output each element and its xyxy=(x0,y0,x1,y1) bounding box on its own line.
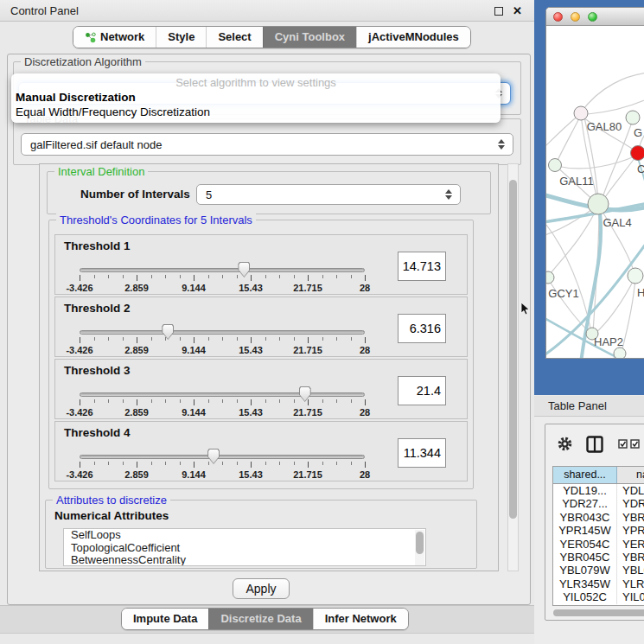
slider-track xyxy=(80,455,365,459)
network-node[interactable] xyxy=(546,271,554,284)
table-horizontal-scrollbar[interactable] xyxy=(552,609,644,617)
network-node-label: HAP2 xyxy=(594,335,623,348)
combo-value: 5 xyxy=(206,185,212,206)
table-row[interactable]: YIL052CYIL0 xyxy=(553,590,644,603)
slider-scale: -3.4262.8599.14415.4321.71528 xyxy=(80,407,365,418)
network-node-label: C xyxy=(637,163,644,175)
tab-style[interactable]: Style xyxy=(156,27,206,48)
network-icon xyxy=(85,32,96,43)
gear-icon[interactable] xyxy=(557,436,573,452)
network-node[interactable] xyxy=(614,348,626,359)
columns-icon[interactable] xyxy=(586,436,603,453)
column-header-shared-name[interactable]: shared... xyxy=(553,467,617,483)
network-node[interactable] xyxy=(628,268,643,284)
panel-scrollbar[interactable] xyxy=(507,163,519,571)
tab-cyni-toolbox[interactable]: Cyni Toolbox xyxy=(263,27,356,48)
cell: YPR145W xyxy=(553,524,617,537)
network-window-titlebar[interactable] xyxy=(546,8,644,26)
network-node[interactable] xyxy=(588,194,609,214)
network-graph[interactable]: GAL80GCGAL11GAL4GCY1HHAP2 xyxy=(546,26,644,359)
bottom-tabbar: Impute Data Discretize Data Infer Networ… xyxy=(121,608,409,630)
threshold-4-value-field[interactable]: 11.344 xyxy=(398,438,446,468)
threshold-3-value-field[interactable]: 21.4 xyxy=(398,376,446,405)
tab-label: Network xyxy=(100,27,144,48)
scrollbar-thumb[interactable] xyxy=(416,532,424,554)
network-node[interactable] xyxy=(631,146,644,161)
table-row[interactable]: YPR145WYPR1 xyxy=(553,524,644,537)
network-node[interactable] xyxy=(574,106,588,120)
numerical-attributes-list[interactable]: SelfLoops TopologicalCoefficient Between… xyxy=(63,528,426,566)
network-canvas[interactable]: GAL80GCGAL11GAL4GCY1HHAP2 xyxy=(546,26,644,359)
zoom-traffic-light-icon[interactable] xyxy=(588,12,597,22)
tab-discretize-data[interactable]: Discretize Data xyxy=(208,609,312,629)
tab-network[interactable]: Network xyxy=(73,27,156,48)
cell: YPR1 xyxy=(617,524,644,537)
node-attribute-table[interactable]: shared... na YDL19...YDL1 YDR27...YDR2 Y… xyxy=(552,466,644,606)
tab-label: Impute Data xyxy=(133,609,197,629)
close-icon[interactable]: ✕ xyxy=(513,3,522,19)
scrollbar-thumb[interactable] xyxy=(553,609,644,616)
table-row[interactable]: YBR043CYBR0 xyxy=(553,511,644,524)
tab-impute-data[interactable]: Impute Data xyxy=(122,609,208,629)
cell: YDR2 xyxy=(617,497,644,510)
float-panel-icon[interactable] xyxy=(494,7,503,16)
threshold-4-box: Threshold 4 -3.4262.8599.14415.4321.7152… xyxy=(54,421,468,481)
top-tabbar: Network Style Select Cyni Toolbox jActiv… xyxy=(73,26,471,48)
network-node[interactable] xyxy=(626,111,640,124)
list-scrollbar[interactable] xyxy=(415,530,424,566)
network-edge[interactable] xyxy=(557,156,636,169)
slider-scale: -3.4262.8599.14415.4321.71528 xyxy=(80,283,365,293)
cell: YBL0 xyxy=(617,564,644,577)
dropdown-option-equal-width[interactable]: Equal Width/Frequency Discretization xyxy=(11,105,501,119)
cell: YBR0 xyxy=(617,511,644,524)
list-item[interactable]: TopologicalCoefficient xyxy=(64,542,425,555)
interval-definition-group: Interval Definition Number of Intervals … xyxy=(47,171,491,214)
close-traffic-light-icon[interactable] xyxy=(553,12,563,22)
cell: YER054C xyxy=(553,538,617,551)
table-header-row: shared... na xyxy=(553,467,644,484)
scrollbar-thumb[interactable] xyxy=(509,180,517,519)
combo-stepper-icon xyxy=(495,134,507,155)
threshold-2-value-field[interactable]: 6.316 xyxy=(398,314,446,343)
table-row[interactable]: YBL079WYBL0 xyxy=(553,564,644,577)
tab-jactivemnodules[interactable]: jActiveMNodules xyxy=(356,27,470,48)
network-window[interactable]: GAL80GCGAL11GAL4GCY1HHAP2 xyxy=(545,7,644,359)
tab-select[interactable]: Select xyxy=(206,27,262,48)
slider-track xyxy=(80,330,365,335)
group-title: Threshold's Coordinates for 5 Intervals xyxy=(56,214,256,226)
tab-label: Cyni Toolbox xyxy=(275,27,345,48)
list-item[interactable]: BetweennessCentrality xyxy=(64,554,425,566)
panel-title: Control Panel xyxy=(10,0,79,22)
network-node-label: GAL80 xyxy=(587,120,622,133)
tab-infer-network[interactable]: Infer Network xyxy=(313,609,408,629)
table-row[interactable]: YER054CYER0 xyxy=(553,538,644,551)
table-data-combobox[interactable]: galFiltered.sif default node xyxy=(21,133,513,156)
minimize-traffic-light-icon[interactable] xyxy=(571,12,580,22)
column-header-name[interactable]: na xyxy=(617,467,644,483)
table-row[interactable]: YBR045CYBR0 xyxy=(553,551,644,564)
num-intervals-combobox[interactable]: 5 xyxy=(196,184,461,205)
network-node-label: GAL11 xyxy=(559,175,594,188)
cell: YDL19... xyxy=(553,484,617,497)
table-row[interactable]: YLR345WYLR3 xyxy=(553,577,644,590)
list-item[interactable]: SelfLoops xyxy=(64,529,425,542)
network-node[interactable] xyxy=(549,159,562,172)
threshold-1-value-field[interactable]: 14.713 xyxy=(398,252,446,281)
network-node-label: G xyxy=(634,126,642,139)
slider-ticks xyxy=(80,337,365,344)
network-edge[interactable] xyxy=(556,115,581,164)
group-title: Interval Definition xyxy=(54,165,148,178)
dropdown-option-manual[interactable]: Manual Discretization xyxy=(11,90,501,105)
apply-button[interactable]: Apply xyxy=(233,578,290,599)
settings-panel: Interval Definition Number of Intervals … xyxy=(39,163,499,571)
slider-ticks xyxy=(80,462,365,469)
cell: YIL052C xyxy=(553,590,617,603)
cell: YDL1 xyxy=(617,484,644,497)
network-edge[interactable] xyxy=(581,73,644,112)
control-panel-titlebar: Control Panel ✕ xyxy=(0,0,534,22)
select-all-checkboxes-icon[interactable] xyxy=(618,439,641,449)
algorithm-dropdown-popup: Select algorithm to view settings Manual… xyxy=(11,73,501,123)
table-row[interactable]: YDR27...YDR2 xyxy=(553,497,644,510)
table-row[interactable]: YDL19...YDL1 xyxy=(553,484,644,497)
threshold-coordinates-group: Threshold's Coordinates for 5 Intervals … xyxy=(48,220,474,489)
